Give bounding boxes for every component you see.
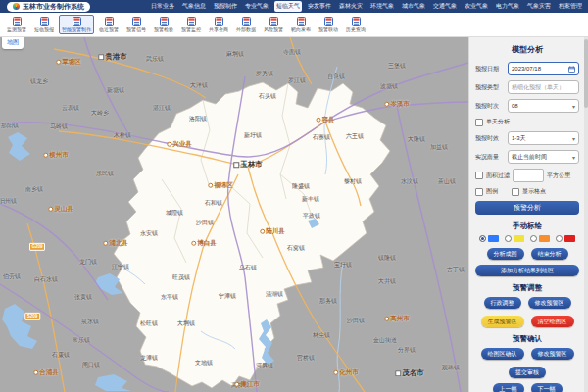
scrollbar-thumb[interactable] [584, 39, 588, 108]
rain-select[interactable]: 截止当前时间 ▾ [508, 150, 579, 164]
toolbar-item[interactable]: 风险预警 [261, 15, 286, 34]
map-label-town: 自良镇 [327, 74, 345, 79]
county-marker-icon [33, 370, 38, 375]
top-menu-item[interactable]: 档案管理 [557, 1, 584, 12]
document-icon [13, 17, 22, 26]
toolbar-item[interactable]: 历史查询 [343, 15, 368, 34]
map-label-county: 覃塘区 [56, 59, 81, 66]
plot-color-radio[interactable] [479, 235, 499, 242]
map-label-town: 林尘镇 [313, 332, 330, 338]
next-frame-button[interactable]: 下一幅 [531, 383, 563, 392]
analyze-button[interactable]: 预警分析 [475, 201, 579, 215]
toolbar-item[interactable]: 短临预报 [31, 15, 57, 34]
validity-row: 预报时效 1-3天 ▾ [475, 131, 579, 145]
warning-confirm-button[interactable]: 修改预警区 [531, 348, 574, 360]
top-menu-item[interactable]: 气象灾害 [525, 1, 553, 12]
chevron-down-icon: ▾ [572, 154, 575, 161]
top-menu-item[interactable]: 农业气象 [463, 1, 490, 12]
top-menu-item[interactable]: 预报制作 [212, 1, 239, 12]
toolbar-item[interactable]: 预警信号 [123, 15, 149, 34]
plot-color-radio[interactable] [505, 235, 524, 242]
toolbar-item[interactable]: 预警检验 [151, 15, 176, 34]
plot-color-radio[interactable] [556, 235, 575, 242]
map-canvas[interactable]: 地图 镇龙乡新塘镇武乐镇麻垌镇寺面镇罗秀镇罗江镇石头镇大洋镇湛江镇洛阳镇云表镇大… [0, 37, 468, 392]
toolbar-item[interactable]: 智能预警制作 [59, 15, 94, 34]
county-name: 合浦县 [39, 369, 59, 376]
map-label-town: 新圩镇 [244, 132, 262, 138]
map-label-town: 沙田镇 [196, 220, 214, 225]
warning-confirm-button[interactable]: 提交审核 [509, 367, 546, 378]
single-day-checkbox[interactable] [475, 119, 483, 126]
rain-label: 实况雨量 [475, 153, 508, 162]
county-name: 岑溪市 [390, 101, 410, 108]
top-menu-item[interactable]: 短临天气 [274, 1, 302, 12]
top-menu-item[interactable]: 电力气象 [494, 1, 521, 12]
toolbar-item[interactable]: 预警监控 [178, 15, 204, 34]
title-bar: 玉林市业务制作系统 日常业务气象信息预报制作专业气象短临天气突发事件森林火灾环境… [0, 0, 588, 13]
map-label-town: 石康镇 [52, 352, 70, 358]
map-label-town: 河唇镇 [256, 363, 273, 368]
area-filter-input[interactable] [513, 169, 544, 182]
document-icon [40, 17, 49, 26]
map-type-tab[interactable]: 地图 [2, 37, 24, 49]
toolbar-item[interactable]: 临近预警 [96, 15, 122, 34]
map-label-town: 观珠镇 [442, 365, 460, 370]
validity-select[interactable]: 1-3天 ▾ [508, 131, 579, 145]
toolbar-item[interactable]: 外部数据 [233, 15, 259, 34]
warning-adjust-button[interactable]: 生成预警区 [481, 316, 524, 327]
forecast-time-select[interactable]: 08 ▾ [508, 99, 579, 113]
manual-plot-button[interactable]: 分析成图 [487, 248, 524, 260]
map-label-county: 廉江市 [234, 381, 260, 388]
toolbar-item[interactable]: 预警联动 [316, 15, 341, 34]
county-marker-icon [260, 229, 265, 234]
prev-frame-button[interactable]: 上一幅 [493, 383, 524, 392]
top-menu-item[interactable]: 城市气象 [400, 1, 427, 12]
county-marker-icon [56, 60, 61, 65]
toolbar-item[interactable]: 监测预警 [4, 15, 29, 34]
chevron-down-icon: ▾ [572, 135, 575, 142]
top-menu-item[interactable]: 气象信息 [180, 1, 208, 12]
sidebar-scrollbar[interactable] [584, 37, 588, 392]
warning-adjust-button[interactable]: 修改预警区 [528, 297, 571, 309]
road-shield: S209 [24, 313, 40, 320]
calendar-icon[interactable] [568, 66, 575, 73]
add-result-button[interactable]: 添加分析结果到绘区 [475, 265, 579, 276]
grid-checkbox[interactable] [512, 188, 519, 196]
legend-checkbox[interactable] [475, 188, 483, 196]
top-menu-item[interactable]: 突发事件 [306, 1, 333, 12]
map-label-town: 泉水镇 [81, 318, 99, 324]
county-marker-icon [48, 207, 53, 212]
forecast-date-input[interactable]: 2023/07/18 [508, 62, 579, 75]
map-label-county: 兴业县 [167, 141, 192, 148]
map-label-town: 清湖镇 [266, 291, 283, 297]
toolbar-item-label: 共享会商 [209, 27, 228, 32]
map-label-town: 伯劳镇 [3, 273, 21, 279]
toolbar-item[interactable]: 靶向发布 [288, 15, 314, 34]
top-menu-item[interactable]: 日常业务 [149, 1, 176, 12]
county-marker-icon [191, 241, 196, 246]
area-filter-checkbox[interactable] [475, 172, 483, 179]
top-menu-item[interactable]: 交通气象 [431, 1, 459, 12]
county-marker-icon [384, 317, 389, 321]
warning-confirm-button[interactable]: 绘图区确认 [481, 348, 524, 360]
map-label-city: 玉林市 [233, 161, 263, 169]
toolbar-item[interactable]: 共享会商 [206, 15, 231, 34]
forecast-type-input[interactable]: 精细化预报（单天） [508, 80, 579, 94]
rain-value: 截止当前时间 [512, 153, 547, 162]
map-label-town: 马岭镇 [50, 123, 68, 129]
map-label-town: 乌石镇 [239, 265, 257, 270]
document-icon [215, 17, 223, 26]
top-menu-item[interactable]: 森林火灾 [337, 1, 365, 12]
plot-color-radio[interactable] [530, 235, 550, 242]
manual-plot-buttons: 分析成图结束分析 [475, 248, 579, 260]
warning-adjust-button[interactable]: 清空绘图区 [531, 316, 574, 327]
toolbar-item-label: 历史查询 [346, 27, 366, 32]
top-menu-item[interactable]: 环境气象 [368, 1, 396, 12]
manual-plot-button[interactable]: 结束分析 [531, 248, 568, 260]
warning-adjust-button[interactable]: 行政调整 [484, 297, 521, 309]
radio-icon [530, 235, 537, 242]
color-radio-group [475, 235, 579, 242]
top-menu-item[interactable]: 专业气象 [243, 1, 270, 12]
area-filter-row: 面积过滤 平方公里 [475, 169, 579, 182]
map-label-town: 木梓镇 [114, 132, 131, 138]
